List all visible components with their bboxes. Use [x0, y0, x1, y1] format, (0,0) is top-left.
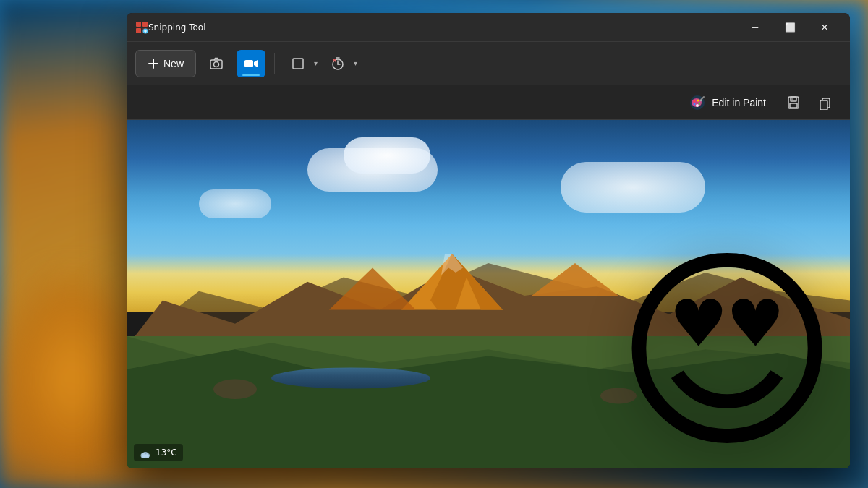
- save-button[interactable]: [780, 90, 807, 116]
- timer-chevron-icon: ▾: [354, 59, 357, 67]
- close-button[interactable]: ✕: [808, 16, 841, 39]
- edit-in-paint-button[interactable]: Edit in Paint: [680, 90, 775, 116]
- app-icon: [135, 21, 148, 34]
- svg-point-10: [214, 61, 219, 67]
- cloud-2: [344, 137, 430, 174]
- save-icon: [786, 95, 801, 110]
- background-orange: [0, 271, 145, 488]
- svg-rect-50: [142, 455, 149, 458]
- screenshot-mode-button[interactable]: [202, 50, 231, 77]
- svg-point-25: [696, 104, 699, 107]
- snipping-tool-window: Snipping Tool ─ ⬜ ✕ New: [127, 13, 850, 468]
- weather-icon: [140, 447, 151, 458]
- svg-rect-2: [136, 28, 141, 33]
- separator-1: [274, 53, 275, 74]
- cloud-3: [561, 162, 705, 213]
- temperature-display: 13°C: [156, 448, 177, 458]
- timer-group: ▾: [323, 50, 357, 77]
- emoji-overlay: 😍: [590, 215, 850, 468]
- content-wrapper: Edit in Paint: [127, 85, 850, 468]
- svg-point-22: [697, 99, 699, 101]
- video-icon: [244, 56, 258, 71]
- svg-rect-30: [790, 103, 797, 108]
- title-bar: Snipping Tool ─ ⬜ ✕: [127, 13, 850, 42]
- camera-icon: [209, 56, 224, 71]
- toolbar: New ▾: [127, 42, 850, 85]
- svg-rect-0: [136, 22, 141, 27]
- title-bar-controls: ─ ⬜ ✕: [739, 16, 841, 39]
- shape-icon: [291, 56, 305, 71]
- svg-rect-29: [791, 97, 796, 101]
- timer-button[interactable]: [323, 50, 352, 77]
- plus-icon: [148, 58, 159, 69]
- window-title: Snipping Tool: [148, 22, 205, 33]
- edit-in-paint-label: Edit in Paint: [712, 97, 766, 108]
- minimize-button[interactable]: ─: [739, 16, 772, 39]
- paint-icon: [689, 94, 706, 111]
- lake: [271, 367, 430, 388]
- heart-eyes-emoji: 😍: [614, 244, 841, 461]
- svg-rect-12: [293, 59, 303, 69]
- shape-chevron-icon: ▾: [314, 59, 318, 67]
- shape-selector-group: ▾: [284, 50, 318, 77]
- video-mode-button[interactable]: [237, 50, 265, 77]
- copy-icon: [818, 95, 833, 110]
- new-button-label: New: [163, 58, 184, 69]
- svg-point-44: [213, 379, 257, 398]
- copy-button[interactable]: [812, 90, 838, 116]
- action-bar: Edit in Paint: [127, 85, 850, 120]
- svg-point-21: [694, 100, 696, 102]
- svg-rect-1: [142, 22, 148, 27]
- svg-rect-33: [820, 100, 827, 110]
- weather-widget: 13°C: [134, 444, 183, 461]
- active-indicator: [242, 74, 260, 76]
- shape-selector-button[interactable]: [284, 50, 312, 77]
- maximize-button[interactable]: ⬜: [773, 16, 807, 39]
- svg-point-23: [699, 102, 701, 104]
- svg-rect-11: [244, 60, 253, 67]
- screenshot-area: 13°C 😍: [127, 120, 850, 468]
- svg-point-24: [694, 103, 696, 105]
- new-button[interactable]: New: [135, 50, 196, 77]
- timer-icon: [331, 56, 345, 71]
